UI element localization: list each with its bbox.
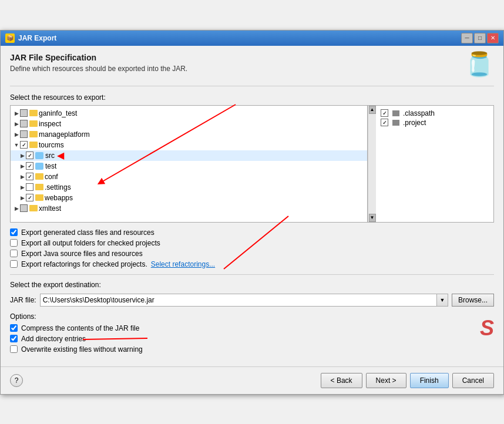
- expand-arrow-tourcms[interactable]: [13, 142, 20, 149]
- checkbox-inspect[interactable]: [20, 120, 28, 127]
- header-area: JAR File Specification Define which reso…: [10, 53, 494, 86]
- tree-item-inspect[interactable]: inspect: [11, 119, 367, 129]
- label-compress: Compress the contents of the JAR file: [21, 324, 139, 332]
- tree-item-test[interactable]: test: [11, 161, 367, 171]
- tree-item-conf[interactable]: conf: [11, 171, 367, 182]
- close-button[interactable]: ✕: [487, 33, 499, 43]
- title-bar-controls: ─ □ ✕: [461, 33, 499, 43]
- arrow-pointer: ◀: [57, 150, 64, 161]
- minimize-button[interactable]: ─: [461, 33, 473, 43]
- jar-file-dropdown[interactable]: ▼: [436, 294, 448, 307]
- expand-arrow-test[interactable]: [19, 163, 26, 170]
- expand-arrow-xmltest[interactable]: [13, 205, 20, 212]
- checkbox-conf[interactable]: [26, 173, 33, 180]
- expand-arrow-webapps[interactable]: [19, 194, 26, 201]
- expand-arrow-ganinfo_test[interactable]: [13, 110, 20, 117]
- browse-button[interactable]: Browse...: [452, 294, 494, 307]
- folder-icon-inspect: [29, 120, 38, 127]
- checkbox-tourcms[interactable]: [20, 141, 28, 149]
- checkbox-test[interactable]: [26, 162, 33, 170]
- check-row-class-files: Export generated class files and resourc…: [10, 228, 494, 237]
- tree-item-xmltest[interactable]: xmltest: [11, 203, 367, 214]
- checkbox-export-source-files[interactable]: [10, 250, 18, 257]
- checkbox-xmltest[interactable]: [20, 204, 28, 212]
- check-row-overwrite: Overwrite existing files without warning: [10, 345, 494, 354]
- checkbox-export-refactorings[interactable]: [10, 260, 18, 268]
- jar-icon: 📦: [5, 33, 15, 43]
- checkbox-ganinfo_test[interactable]: [20, 109, 28, 117]
- scrollbar[interactable]: ▲ ▼: [368, 106, 376, 222]
- label-conf: conf: [45, 173, 58, 181]
- checkbox-overwrite[interactable]: [10, 345, 18, 353]
- checkbox-export-output-folders[interactable]: [10, 239, 18, 247]
- section-title: JAR File Specification: [10, 53, 187, 62]
- footer: ? < Back Next > Finish Cancel: [1, 366, 503, 394]
- tree-item-manageplatform[interactable]: manageplatform: [11, 129, 367, 140]
- folder-icon-settings: [35, 184, 43, 190]
- label-export-source-files: Export Java source files and resources: [21, 250, 143, 258]
- jar-file-input[interactable]: [40, 294, 436, 307]
- options-label: Options:: [10, 312, 494, 321]
- expand-arrow-src[interactable]: [19, 152, 26, 159]
- restore-button[interactable]: □: [474, 33, 486, 43]
- project-icon: [392, 120, 399, 126]
- label-classpath: .classpath: [403, 109, 435, 117]
- checkbox-settings[interactable]: [26, 183, 33, 191]
- expand-arrow-conf[interactable]: [19, 173, 26, 180]
- folder-icon-manageplatform: [29, 131, 38, 137]
- checkbox-src[interactable]: [26, 152, 33, 159]
- scroll-up[interactable]: ▲: [369, 106, 376, 114]
- right-item-classpath[interactable]: .classpath: [381, 109, 489, 117]
- checkbox-manageplatform[interactable]: [20, 130, 28, 138]
- label-inspect: inspect: [39, 120, 61, 128]
- label-export-output-folders: Export all output folders for checked pr…: [21, 239, 160, 247]
- jar-file-label: JAR file:: [10, 296, 36, 304]
- folder-icon-tourcms: [29, 142, 38, 148]
- label-export-refactorings: Export refactorings for checked projects…: [21, 260, 147, 268]
- cancel-button[interactable]: Cancel: [452, 373, 494, 388]
- tree-item-ganinfo_test[interactable]: ganinfo_test: [11, 108, 367, 119]
- checkbox-classpath[interactable]: [381, 109, 388, 117]
- expand-arrow-manageplatform[interactable]: [13, 131, 20, 138]
- right-item-project[interactable]: .project: [381, 119, 489, 127]
- checkbox-export-class-files[interactable]: [10, 228, 18, 236]
- file-tree[interactable]: ganinfo_test inspect managepla: [11, 106, 368, 222]
- tree-item-tourcms[interactable]: tourcms: [11, 140, 367, 150]
- window-title: JAR Export: [18, 34, 56, 42]
- main-content: JAR File Specification Define which reso…: [1, 46, 503, 366]
- label-overwrite: Overwrite existing files without warning: [21, 345, 143, 354]
- checkbox-compress[interactable]: [10, 324, 18, 332]
- checkbox-add-directory[interactable]: [10, 335, 18, 342]
- dest-label: Select the export destination:: [10, 281, 494, 289]
- watermark-s: S: [480, 316, 494, 341]
- checkbox-project[interactable]: [381, 119, 388, 126]
- jar-file-input-wrap: ▼: [40, 294, 448, 307]
- label-tourcms: tourcms: [39, 141, 64, 149]
- src-icon: [35, 152, 43, 159]
- tree-item-src[interactable]: src ◀: [11, 150, 367, 161]
- select-refactorings-link[interactable]: Select refactorings...: [151, 260, 215, 268]
- scroll-down[interactable]: ▼: [369, 214, 376, 222]
- finish-button[interactable]: Finish: [410, 373, 449, 388]
- expand-arrow-settings[interactable]: [19, 184, 26, 191]
- label-export-class-files: Export generated class files and resourc…: [21, 228, 154, 237]
- right-panel: .classpath .project: [376, 106, 493, 222]
- test-icon: [35, 163, 43, 170]
- back-button[interactable]: < Back: [321, 373, 362, 388]
- title-bar: 📦 JAR Export ─ □ ✕: [1, 31, 503, 46]
- tree-item-settings[interactable]: .settings: [11, 182, 367, 193]
- window-body: JAR File Specification Define which reso…: [1, 46, 503, 366]
- help-button[interactable]: ?: [10, 374, 23, 387]
- next-button[interactable]: Next >: [366, 373, 406, 388]
- expand-arrow-inspect[interactable]: [13, 120, 20, 127]
- label-src: src: [45, 152, 55, 160]
- label-manageplatform: manageplatform: [39, 130, 90, 139]
- label-project: .project: [403, 119, 426, 127]
- tree-item-webapps[interactable]: webapps: [11, 193, 367, 203]
- divider: [10, 274, 494, 275]
- section-desc: Define which resources should be exporte…: [10, 65, 187, 73]
- label-settings: .settings: [45, 183, 71, 191]
- checkbox-webapps[interactable]: [26, 194, 33, 201]
- check-row-source-files: Export Java source files and resources: [10, 250, 494, 258]
- title-bar-left: 📦 JAR Export: [5, 33, 56, 43]
